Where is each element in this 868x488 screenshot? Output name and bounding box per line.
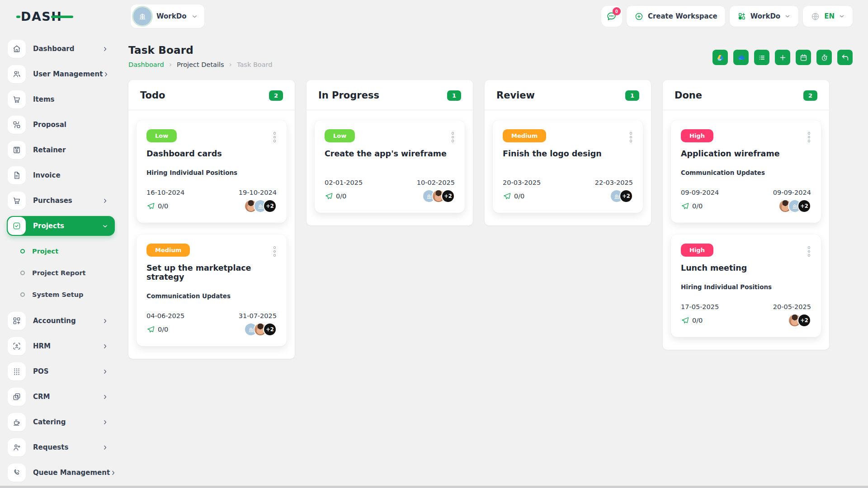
assignee-avatars[interactable]: +2	[244, 199, 277, 213]
column-count-badge: 2	[803, 90, 817, 101]
globe-icon	[811, 12, 820, 21]
sidebar-item-queue-management[interactable]: Queue Management	[7, 463, 115, 483]
sidebar-item-projects[interactable]: Projects	[7, 216, 115, 236]
task-card[interactable]: HighLunch meetingHiring Individual Posit…	[671, 235, 821, 337]
assignee-avatars[interactable]: +2	[610, 189, 633, 203]
sidebar-item-hrm[interactable]: HRM	[7, 336, 115, 356]
assignee-avatars[interactable]: +2	[422, 189, 455, 203]
assignee-avatars[interactable]: +2	[788, 314, 811, 327]
google-drive-icon	[716, 53, 725, 62]
card-menu-button[interactable]	[808, 246, 811, 257]
sidebar-item-purchases[interactable]: Purchases	[7, 191, 115, 211]
list-button[interactable]	[754, 50, 769, 65]
sidebar-subitem-system-setup[interactable]: System Setup	[7, 286, 118, 304]
home-icon	[8, 40, 26, 58]
page-header: Task Board Dashboard › Project Details ›…	[128, 44, 853, 68]
workspace-menu-label: WorkDo	[750, 12, 780, 20]
task-end-date: 31-07-2025	[239, 312, 277, 319]
task-card[interactable]: LowCreate the app's wireframe02-01-20251…	[315, 120, 465, 213]
sidebar-item-invoice[interactable]: Invoice	[7, 165, 115, 185]
sidebar-item-catering[interactable]: Catering	[7, 412, 115, 432]
sidebar-item-crm[interactable]: CRM	[7, 387, 115, 407]
send-icon	[503, 192, 511, 201]
calendar-button[interactable]	[796, 50, 811, 65]
card-menu-button[interactable]	[274, 246, 276, 257]
bullet-icon	[20, 292, 25, 297]
workspace-switcher[interactable]: WorkDo	[131, 5, 204, 28]
sidebar-subitem-project[interactable]: Project	[7, 242, 118, 260]
horizontal-scrollbar[interactable]	[0, 486, 868, 488]
column-done: Done2HighApplication wireframeCommunicat…	[663, 80, 829, 350]
chevron-right-icon	[110, 469, 117, 476]
sidebar-item-label: Retainer	[33, 146, 66, 154]
add-button[interactable]	[775, 50, 790, 65]
card-menu-button[interactable]	[630, 132, 632, 142]
task-milestone: Communication Updates	[681, 169, 811, 177]
sidebar-subitem-project-report[interactable]: Project Report	[7, 264, 118, 282]
more-members-badge[interactable]: +2	[797, 314, 811, 327]
sidebar-item-proposal[interactable]: Proposal	[7, 115, 115, 135]
card-menu-button[interactable]	[808, 132, 811, 142]
task-card[interactable]: LowDashboard cardsHiring Individual Posi…	[137, 120, 287, 223]
more-members-badge[interactable]: +2	[263, 199, 277, 213]
chevron-down-icon	[839, 13, 845, 19]
page-title: Task Board	[128, 44, 273, 56]
notification-badge: 0	[613, 7, 621, 15]
sidebar-item-items[interactable]: Items	[7, 89, 115, 109]
task-end-date: 22-03-2025	[595, 179, 633, 186]
column-count-badge: 2	[269, 90, 283, 101]
sidebar-item-accounting[interactable]: Accounting	[7, 311, 115, 331]
priority-badge: High	[681, 129, 713, 142]
card-menu-button[interactable]	[274, 132, 276, 142]
more-members-badge[interactable]: +2	[797, 199, 811, 213]
sidebar-item-user-management[interactable]: User Management	[7, 64, 115, 84]
language-selector[interactable]: EN	[803, 6, 853, 27]
task-card[interactable]: MediumSet up the marketplace strategyCom…	[137, 235, 287, 346]
task-start-date: 04-06-2025	[146, 312, 184, 319]
sidebar-item-requests[interactable]: Requests	[7, 437, 115, 457]
task-card[interactable]: HighApplication wireframeCommunication U…	[671, 120, 821, 223]
sidebar-item-retainer[interactable]: Retainer	[7, 140, 115, 160]
breadcrumb-project-details[interactable]: Project Details	[177, 61, 224, 68]
sidebar-nav: DashboardUser ManagementItemsProposalRet…	[7, 39, 118, 483]
task-end-date: 19-10-2024	[239, 189, 277, 196]
messages-button[interactable]: 0	[601, 6, 622, 27]
chevron-right-icon	[102, 46, 108, 52]
onedrive-button[interactable]	[733, 50, 749, 65]
accounting-icon	[8, 312, 26, 330]
google-drive-button[interactable]	[712, 50, 728, 65]
card-menu-button[interactable]	[452, 132, 454, 142]
sidebar-subitem-label: Project	[32, 248, 58, 255]
undo-button[interactable]	[837, 50, 853, 65]
task-count-value: 0/0	[336, 192, 346, 200]
cart-icon	[8, 192, 26, 210]
main-content: Task Board Dashboard › Project Details ›…	[118, 33, 868, 488]
plus-circle-icon	[634, 12, 644, 21]
timer-button[interactable]	[816, 50, 832, 65]
sidebar-item-dashboard[interactable]: Dashboard	[7, 39, 115, 59]
logo[interactable]: DASH	[16, 8, 131, 24]
task-card[interactable]: MediumFinish the logo design20-03-202522…	[493, 120, 643, 213]
task-milestone: Hiring Individual Positions	[681, 283, 811, 291]
more-members-badge[interactable]: +2	[441, 189, 455, 203]
sidebar-item-label: Accounting	[33, 317, 76, 325]
task-count: 0/0	[681, 202, 703, 211]
workspace-menu-button[interactable]: WorkDo	[730, 6, 798, 27]
assignee-avatars[interactable]: +2	[778, 199, 811, 213]
more-members-badge[interactable]: +2	[619, 189, 633, 203]
sidebar-item-label: Dashboard	[33, 45, 74, 53]
timer-icon	[820, 53, 829, 62]
task-dates: 09-09-202409-09-2024	[681, 189, 811, 196]
task-start-date: 17-05-2025	[681, 303, 719, 310]
sidebar-item-label: Projects	[33, 222, 64, 230]
assignee-avatars[interactable]: +2	[244, 323, 277, 336]
sidebar-item-pos[interactable]: POS	[7, 361, 115, 381]
create-workspace-button[interactable]: Create Workspace	[627, 6, 725, 27]
sidebar-item-label: Invoice	[33, 171, 61, 179]
more-members-badge[interactable]: +2	[263, 323, 277, 336]
breadcrumb-dashboard[interactable]: Dashboard	[128, 61, 164, 68]
send-icon	[146, 325, 155, 334]
retainer-icon	[8, 141, 26, 159]
task-dates: 16-10-202419-10-2024	[146, 189, 277, 196]
task-count: 0/0	[503, 192, 524, 201]
